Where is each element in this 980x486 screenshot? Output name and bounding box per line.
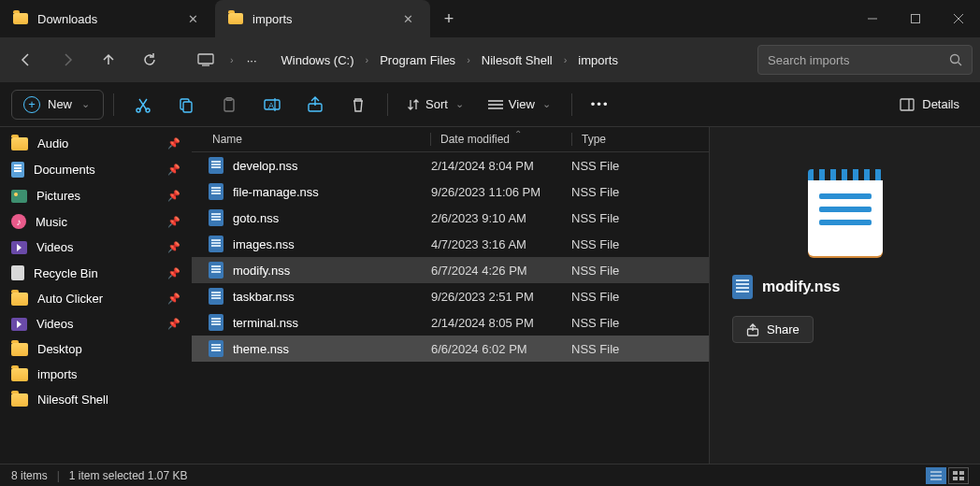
nav-bar: › ··· Windows (C:) › Program Files › Nil… (0, 37, 980, 82)
sidebar-item-label: Videos (36, 240, 74, 254)
header-date[interactable]: Date modified (440, 133, 571, 146)
sidebar-item[interactable]: Videos📌 (0, 235, 192, 260)
breadcrumb-item[interactable]: Program Files (372, 50, 463, 71)
maximize-button[interactable] (894, 0, 937, 37)
cut-button[interactable] (123, 88, 163, 122)
header-type[interactable]: Type (582, 133, 685, 146)
file-type: NSS File (571, 159, 674, 173)
svg-point-9 (146, 108, 150, 112)
folder-icon (11, 137, 28, 150)
close-window-button[interactable] (937, 0, 980, 37)
file-icon (209, 209, 223, 226)
pc-icon[interactable] (187, 43, 224, 77)
share-button[interactable] (295, 88, 335, 122)
close-icon[interactable]: ✕ (184, 12, 202, 26)
pic-icon (11, 190, 27, 203)
toolbar: + New ⌄ A Sort ⌄ View ⌄ ••• Details (0, 82, 980, 127)
svg-text:A: A (268, 101, 274, 110)
more-button[interactable]: ••• (582, 92, 619, 117)
breadcrumb-item[interactable]: Windows (C:) (274, 50, 362, 71)
copy-button[interactable] (166, 88, 206, 122)
view-details-toggle[interactable] (926, 467, 946, 484)
sidebar-item[interactable]: Videos📌 (0, 311, 192, 336)
sidebar-item[interactable]: Recycle Bin📌 (0, 260, 192, 286)
pin-icon: 📌 (167, 137, 180, 150)
file-type: NSS File (571, 342, 674, 356)
up-button[interactable] (90, 43, 127, 77)
file-row[interactable]: develop.nss2/14/2024 8:04 PMNSS File (192, 152, 709, 179)
sidebar-item[interactable]: Nilesoft Shell (0, 387, 192, 412)
file-row[interactable]: theme.nss6/6/2024 6:02 PMNSS File (192, 336, 709, 362)
file-list: Name ⌃ Date modified Type develop.nss2/1… (192, 127, 709, 464)
sidebar-item[interactable]: Desktop (0, 336, 192, 362)
file-row[interactable]: goto.nss2/6/2023 9:10 AMNSS File (192, 205, 709, 231)
file-date: 6/6/2024 6:02 PM (431, 342, 571, 356)
file-name: modify.nss (233, 264, 290, 278)
pin-icon: 📌 (167, 216, 180, 228)
rename-button[interactable]: A (252, 88, 292, 122)
file-name: taskbar.nss (233, 290, 295, 304)
minimize-button[interactable] (851, 0, 894, 37)
details-button[interactable]: Details (890, 92, 969, 117)
view-button[interactable]: View ⌄ (479, 92, 562, 117)
sidebar-item[interactable]: Auto Clicker📌 (0, 286, 192, 311)
file-name: develop.nss (233, 159, 297, 173)
sidebar-item-label: imports (37, 367, 78, 381)
file-type: NSS File (571, 185, 674, 199)
tab-imports[interactable]: imports ✕ (215, 0, 430, 37)
back-button[interactable] (7, 43, 45, 77)
sidebar-item[interactable]: Audio📌 (0, 131, 192, 156)
sidebar-item[interactable]: Pictures📌 (0, 183, 192, 208)
header-name[interactable]: Name (192, 133, 430, 146)
file-row[interactable]: file-manage.nss9/26/2023 11:06 PMNSS Fil… (192, 179, 709, 205)
status-selection: 1 item selected 1.07 KB (69, 469, 188, 482)
breadcrumb-overflow[interactable]: ··· (239, 50, 265, 71)
sidebar-item[interactable]: imports (0, 362, 192, 387)
chevron-right-icon: › (228, 54, 236, 65)
forward-button[interactable] (49, 43, 86, 77)
folder-icon (11, 293, 28, 306)
svg-rect-1 (912, 15, 920, 23)
sidebar-item-label: Nilesoft Shell (37, 393, 108, 407)
new-button[interactable]: + New ⌄ (11, 90, 104, 120)
breadcrumb-item[interactable]: imports (570, 50, 626, 71)
file-row[interactable]: taskbar.nss9/26/2023 2:51 PMNSS File (192, 283, 709, 309)
paste-button[interactable] (209, 88, 249, 122)
search-input[interactable]: Search imports (757, 45, 973, 75)
file-row[interactable]: terminal.nss2/14/2024 8:05 PMNSS File (192, 309, 709, 336)
delete-button[interactable] (339, 88, 378, 122)
file-row[interactable]: images.nss4/7/2023 3:16 AMNSS File (192, 231, 709, 257)
details-label: Details (922, 97, 959, 111)
sidebar-item[interactable]: Documents📌 (0, 156, 192, 183)
file-type-icon (732, 275, 753, 299)
file-icon (209, 183, 223, 200)
view-icon (488, 99, 503, 110)
sidebar-item-label: Audio (37, 136, 68, 150)
search-icon (949, 53, 962, 66)
breadcrumb: Windows (C:) › Program Files › Nilesoft … (268, 50, 746, 71)
close-icon[interactable]: ✕ (399, 12, 417, 26)
file-row[interactable]: modify.nss6/7/2024 4:26 PMNSS File (192, 257, 709, 283)
sidebar-item-label: Music (36, 215, 67, 229)
folder-icon (13, 13, 28, 24)
plus-icon: + (23, 96, 40, 113)
tab-label: Downloads (37, 12, 175, 26)
main-content: Audio📌Documents📌Pictures📌♪Music📌Videos📌R… (0, 127, 980, 464)
window-controls (851, 0, 980, 37)
refresh-button[interactable] (131, 43, 168, 77)
folder-icon (11, 368, 28, 381)
music-icon: ♪ (11, 214, 26, 229)
new-label: New (48, 97, 72, 111)
new-tab-button[interactable]: + (430, 0, 468, 37)
tab-downloads[interactable]: Downloads ✕ (0, 0, 215, 37)
sort-button[interactable]: Sort ⌄ (397, 92, 475, 117)
chevron-right-icon: › (562, 54, 569, 65)
view-thumbnails-toggle[interactable] (948, 467, 969, 484)
share-button[interactable]: Share (732, 316, 814, 343)
sort-indicator-icon: ⌃ (514, 129, 522, 139)
status-bar: 8 items | 1 item selected 1.07 KB (0, 464, 980, 486)
sidebar-item[interactable]: ♪Music📌 (0, 208, 192, 235)
breadcrumb-item[interactable]: Nilesoft Shell (474, 50, 560, 71)
file-type: NSS File (571, 290, 674, 304)
file-icon (209, 288, 223, 305)
